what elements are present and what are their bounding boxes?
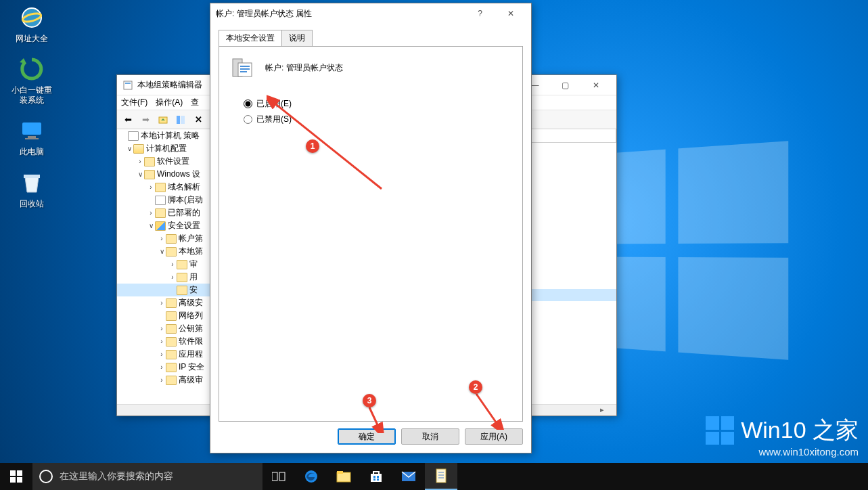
gpedit-icon — [122, 80, 133, 91]
svg-rect-3 — [28, 136, 36, 138]
menu-view[interactable]: 查 — [191, 97, 199, 108]
svg-rect-27 — [337, 471, 343, 474]
svg-rect-29 — [373, 476, 375, 478]
svg-rect-7 — [125, 83, 131, 84]
watermark: Win10 之家 www.win10xitong.com — [706, 415, 859, 458]
radio-enabled[interactable]: 已启用(E) — [244, 98, 510, 110]
svg-rect-24 — [279, 472, 285, 481]
notepad-icon — [435, 468, 447, 483]
props-titlebar[interactable]: 帐户: 管理员帐户状态 属性 ? ✕ — [210, 3, 531, 24]
task-view-icon — [272, 471, 285, 482]
start-button[interactable] — [0, 463, 32, 490]
reload-icon — [18, 55, 45, 83]
back-button[interactable]: ⬅ — [120, 112, 136, 127]
svg-rect-10 — [181, 116, 185, 124]
svg-rect-9 — [177, 116, 180, 124]
props-title: 帐户: 管理员帐户状态 属性 — [216, 8, 465, 20]
up-button[interactable] — [155, 112, 171, 127]
show-hide-tree-button[interactable] — [173, 112, 189, 127]
properties-dialog: 帐户: 管理员帐户状态 属性 ? ✕ 本地安全设置 说明 帐户: 管理员帐户状态 — [210, 3, 532, 453]
svg-rect-21 — [10, 477, 16, 483]
svg-rect-28 — [371, 474, 382, 482]
apply-button[interactable]: 应用(A) — [465, 428, 523, 445]
task-view-button[interactable] — [262, 463, 295, 490]
tab-explanation[interactable]: 说明 — [281, 30, 313, 47]
policy-name: 帐户: 管理员帐户状态 — [265, 62, 343, 74]
svg-rect-15 — [240, 71, 247, 72]
radio-disabled[interactable]: 已禁用(S) — [244, 114, 510, 125]
desktop-icon-recycle[interactable]: 回收站 — [8, 169, 55, 208]
windows-logo-icon — [706, 416, 734, 445]
ok-button[interactable]: 确定 — [338, 428, 396, 445]
cancel-button[interactable]: 取消 — [401, 428, 459, 445]
close-button[interactable]: ✕ — [495, 4, 526, 23]
maximize-button[interactable]: ▢ — [550, 76, 580, 95]
desktop-icon-thispc[interactable]: 此电脑 — [8, 117, 55, 156]
tab-panel: 帐户: 管理员帐户状态 已启用(E) 已禁用(S) — [219, 46, 523, 422]
svg-rect-22 — [17, 477, 22, 483]
svg-rect-19 — [10, 470, 16, 476]
edge-taskbar[interactable] — [295, 463, 327, 490]
svg-rect-26 — [337, 472, 350, 482]
radio-disabled-input[interactable] — [244, 115, 252, 124]
svg-rect-5 — [24, 175, 40, 178]
svg-rect-34 — [436, 469, 446, 483]
folder-icon — [336, 470, 351, 483]
svg-rect-4 — [25, 138, 39, 139]
pc-icon — [18, 117, 45, 144]
menu-file[interactable]: 文件(F) — [121, 97, 147, 108]
tab-local-security[interactable]: 本地安全设置 — [219, 30, 282, 47]
svg-rect-20 — [17, 470, 22, 476]
annotation-badge-1: 1 — [306, 139, 319, 153]
svg-rect-32 — [377, 478, 379, 481]
ie-icon — [18, 4, 45, 31]
edge-icon — [304, 469, 319, 484]
search-placeholder: 在这里输入你要搜索的内容 — [60, 470, 173, 483]
svg-rect-14 — [240, 68, 250, 70]
explorer-taskbar[interactable] — [327, 463, 360, 490]
svg-rect-23 — [272, 472, 277, 481]
help-button[interactable]: ? — [465, 4, 495, 23]
mail-icon — [401, 471, 416, 482]
annotation-badge-3: 3 — [363, 394, 376, 407]
taskbar-search[interactable]: 在这里输入你要搜索的内容 — [32, 463, 262, 490]
svg-rect-31 — [373, 478, 375, 481]
annotation-badge-2: 2 — [469, 380, 482, 394]
props-tabs: 本地安全设置 说明 — [219, 30, 523, 47]
forward-button[interactable]: ➡ — [137, 112, 154, 127]
store-taskbar[interactable] — [360, 463, 392, 490]
svg-rect-13 — [240, 66, 250, 67]
menu-action[interactable]: 操作(A) — [156, 97, 183, 108]
cortana-icon — [39, 470, 53, 483]
desktop-icons: 网址大全 小白一键重装系统 此电脑 回收站 — [8, 4, 55, 208]
svg-rect-2 — [22, 122, 41, 135]
store-icon — [369, 470, 383, 483]
radio-enabled-input[interactable] — [244, 99, 252, 108]
recycle-bin-icon — [18, 169, 45, 196]
svg-rect-6 — [124, 81, 132, 89]
dialog-buttons: 确定 取消 应用(A) — [219, 422, 523, 445]
notepad-taskbar[interactable] — [425, 463, 457, 490]
taskbar: 在这里输入你要搜索的内容 — [0, 463, 868, 490]
policy-icon — [231, 56, 254, 79]
svg-rect-30 — [377, 476, 379, 478]
close-button[interactable]: ✕ — [580, 76, 611, 95]
delete-button[interactable]: ✕ — [190, 112, 206, 127]
windows-start-icon — [10, 470, 22, 483]
desktop-icon-ie[interactable]: 网址大全 — [8, 4, 55, 43]
mail-taskbar[interactable] — [392, 463, 425, 490]
desktop-icon-xiaobai[interactable]: 小白一键重装系统 — [8, 55, 55, 105]
